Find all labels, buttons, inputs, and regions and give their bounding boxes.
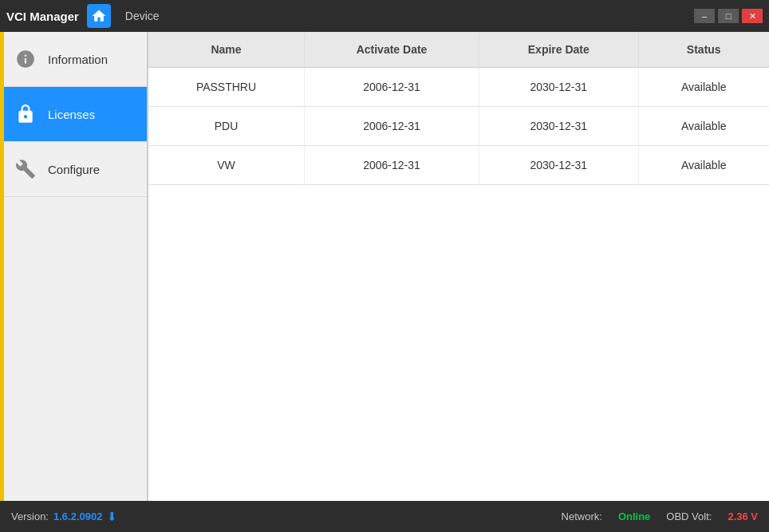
table-row: PDU 2006-12-31 2030-12-31 Available <box>148 107 769 146</box>
license-table: Name Activate Date Expire Date Status PA… <box>148 32 769 185</box>
minimize-button[interactable]: – <box>694 9 715 23</box>
licenses-label: Licenses <box>48 108 95 121</box>
sidebar-item-configure[interactable]: Configure <box>0 142 147 197</box>
window-controls: – □ ✕ <box>694 9 763 23</box>
licenses-icon <box>14 103 37 125</box>
main-layout: Information Licenses Configure Na <box>0 32 769 501</box>
cell-activate-2: 2006-12-31 <box>304 146 479 185</box>
home-icon[interactable] <box>87 4 111 28</box>
download-icon[interactable]: ⬇ <box>107 510 117 524</box>
obd-value: 2.36 V <box>728 510 758 522</box>
cell-status-1: Available <box>638 107 769 146</box>
network-label: Network: <box>562 510 602 522</box>
table-row: PASSTHRU 2006-12-31 2030-12-31 Available <box>148 68 769 107</box>
close-button[interactable]: ✕ <box>742 9 763 23</box>
sidebar-item-licenses[interactable]: Licenses <box>0 87 147 142</box>
cell-status-0: Available <box>638 68 769 107</box>
app-title: VCI Manager <box>6 10 79 23</box>
status-bar: Version: 1.6.2.0902 ⬇ Network: Online OB… <box>0 501 769 532</box>
table-header-row: Name Activate Date Expire Date Status <box>148 32 769 68</box>
maximize-button[interactable]: □ <box>718 9 739 23</box>
version-label: Version: <box>11 510 49 522</box>
obd-label: OBD Volt: <box>666 510 712 522</box>
cell-expire-2: 2030-12-31 <box>479 146 638 185</box>
cell-expire-1: 2030-12-31 <box>479 107 638 146</box>
configure-label: Configure <box>48 163 100 176</box>
col-name: Name <box>148 32 304 68</box>
cell-name-0: PASSTHRU <box>148 68 304 107</box>
cell-name-1: PDU <box>148 107 304 146</box>
col-status: Status <box>638 32 769 68</box>
version-value: 1.6.2.0902 <box>53 510 102 522</box>
col-activate-date: Activate Date <box>304 32 479 68</box>
status-right: Network: Online OBD Volt: 2.36 V <box>562 510 758 522</box>
device-label: Device <box>125 10 160 22</box>
accent-bar <box>0 32 4 501</box>
network-value: Online <box>618 510 650 522</box>
title-bar: VCI Manager Device – □ ✕ <box>0 0 769 32</box>
col-expire-date: Expire Date <box>479 32 638 68</box>
cell-activate-1: 2006-12-31 <box>304 107 479 146</box>
information-label: Information <box>48 53 108 66</box>
status-left: Version: 1.6.2.0902 ⬇ <box>11 510 117 524</box>
content-area: Name Activate Date Expire Date Status PA… <box>148 32 769 501</box>
cell-expire-0: 2030-12-31 <box>479 68 638 107</box>
cell-status-2: Available <box>638 146 769 185</box>
title-bar-left: VCI Manager Device <box>6 4 160 28</box>
cell-name-2: VW <box>148 146 304 185</box>
table-row: VW 2006-12-31 2030-12-31 Available <box>148 146 769 185</box>
sidebar: Information Licenses Configure <box>0 32 148 501</box>
sidebar-item-information[interactable]: Information <box>0 32 147 87</box>
information-icon <box>14 48 37 70</box>
configure-icon <box>14 158 37 180</box>
cell-activate-0: 2006-12-31 <box>304 68 479 107</box>
